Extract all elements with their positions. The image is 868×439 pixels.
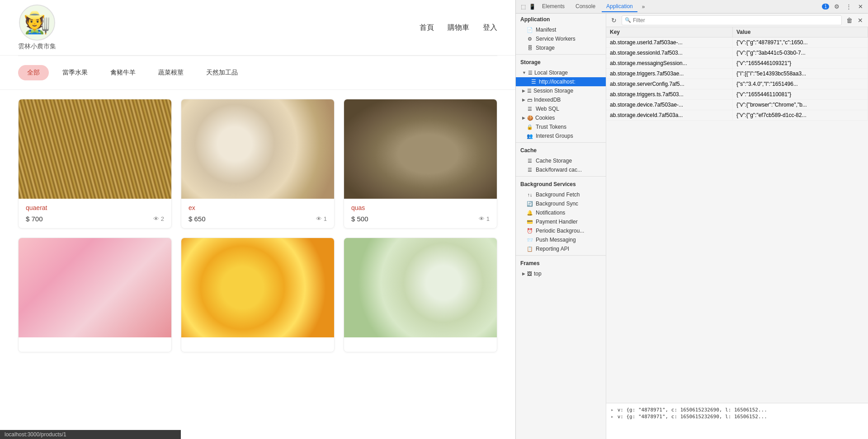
cat-tab-veg[interactable]: 蔬菜根莖 [149,65,193,80]
product-price-1: $ 650 [189,215,206,223]
product-card-4[interactable] [181,238,335,352]
devtools-preview: ▸ v: {g: "4878971", c: 1650615232690, l:… [606,403,868,439]
product-card-0[interactable]: quaerat $ 700 👁 2 [18,99,172,229]
session-storage-tree[interactable]: ▶ ☰ Session Storage [516,86,606,95]
table-row[interactable]: ab.storage.device.7af503ae-...{"v":{"bro… [606,100,868,110]
sidebar-storage[interactable]: 🗄 Storage [516,43,606,52]
trust-label: Trust Tokens [536,124,566,130]
kv-header: Key Value [606,27,868,37]
nav-cart[interactable]: 購物車 [448,23,469,33]
tab-application[interactable]: Application [602,1,637,12]
tab-more[interactable]: » [639,2,648,12]
cat-tab-meat[interactable]: 禽豬牛羊 [101,65,145,80]
table-row[interactable]: ab.storage.sessionId.7af503...{"v":{"g":… [606,48,868,58]
filter-actions: 🗑 ✕ [845,16,864,24]
sidebar-web-sql[interactable]: ☰ Web SQL [516,104,606,113]
product-card-2[interactable]: quas $ 500 👁 1 [344,99,497,229]
section-divider-3 [516,176,606,177]
cache-icon: ☰ [527,158,533,164]
storage-label: Storage [536,45,555,51]
product-info-2: quas $ 500 👁 1 [344,199,497,228]
kv-key-4: ab.storage.serverConfig.7af5... [606,79,733,89]
product-views-0: 👁 2 [153,215,164,222]
sidebar-localhost[interactable]: ☰ http://localhost: [516,77,606,86]
sidebar-bg-sync[interactable]: 🔄 Background Sync [516,199,606,208]
sidebar-notifications[interactable]: 🔔 Notifications [516,208,606,217]
cookies-expand-arrow: ▶ [522,116,525,120]
kv-key-3: ab.storage.triggers.7af503ae... [606,69,733,79]
manifest-icon: 📄 [527,27,533,33]
table-row[interactable]: ab.storage.deviceId.7af503a...{"v":{"g":… [606,110,868,121]
cat-tab-processed[interactable]: 天然加工品 [197,65,247,80]
sidebar-bg-fetch[interactable]: ↑↓ Background Fetch [516,190,606,199]
filter-input[interactable] [633,17,839,23]
table-row[interactable]: ab.storage.triggers.7af503ae...{"i":[{"i… [606,69,868,79]
push-label: Push Messaging [536,237,576,243]
device-icon[interactable]: 📱 [528,3,536,10]
settings-icon[interactable]: ⚙ [833,3,841,11]
product-card-5[interactable] [344,238,497,352]
product-card-3[interactable] [18,238,172,352]
table-row[interactable]: ab.storage.userId.7af503ae-...{"v":{"g":… [606,37,868,48]
frames-top-tree[interactable]: ▶ 🖼 top [516,269,606,278]
tab-console[interactable]: Console [571,1,600,12]
key-header: Key [606,27,733,37]
notif-label: Notifications [536,210,565,216]
product-card-1[interactable]: ex $ 650 👁 1 [181,99,335,229]
indexeddb-tree[interactable]: ▶ 🗃 IndexedDB [516,95,606,104]
product-name-0: quaerat [26,204,164,211]
reporting-icon: 📋 [527,246,533,252]
status-url: localhost:3000/products/1 [5,431,66,438]
cookies-icon: 🍪 [527,115,533,121]
table-row[interactable]: ab.storage.serverConfig.7af5...{"s":"3.4… [606,79,868,89]
kv-key-1: ab.storage.sessionId.7af503... [606,48,733,58]
refresh-button[interactable]: ↻ [610,16,618,24]
frames-expand-arrow: ▶ [522,271,525,276]
close-devtools-icon[interactable]: ✕ [856,3,864,11]
eye-icon-1: 👁 [316,215,322,222]
local-storage-tree[interactable]: ▼ ☰ Local Storage [516,68,606,77]
sidebar-periodic-bg[interactable]: ⏰ Periodic Backgrou... [516,226,606,235]
tab-elements[interactable]: Elements [538,1,569,12]
more-options-icon[interactable]: ⋮ [844,3,853,11]
table-row[interactable]: ab.storage.messagingSession...{"v":"1655… [606,58,868,69]
sidebar-trust-tokens[interactable]: 🔒 Trust Tokens [516,122,606,131]
toolbar-right-icons: 1 ⚙ ⋮ ✕ [822,3,864,11]
ls-label: Local Storage [534,70,568,76]
view-count-1: 1 [324,215,327,222]
table-row[interactable]: ab.storage.triggers.ts.7af503...{"v":"16… [606,89,868,100]
sidebar-manifest[interactable]: 📄 Manifest [516,25,606,34]
inspect-icon[interactable]: ⬚ [519,3,527,10]
status-bar: localhost:3000/products/1 [0,430,181,439]
kv-key-2: ab.storage.messagingSession... [606,58,733,68]
cat-tab-fruit[interactable]: 當季水果 [53,65,97,80]
view-count-2: 1 [486,215,490,222]
sidebar-service-workers[interactable]: ⚙ Service Workers [516,34,606,43]
product-info-5 [344,337,497,352]
sidebar-reporting-api[interactable]: 📋 Reporting API [516,244,606,253]
filter-search-icon: 🔍 [625,17,631,23]
sidebar-cache-storage[interactable]: ☰ Cache Storage [516,156,606,165]
cookies-tree[interactable]: ▶ 🍪 Cookies [516,113,606,122]
nav-login[interactable]: 登入 [483,23,497,33]
idb-icon: 🗃 [527,97,532,103]
cat-tab-all[interactable]: 全部 [18,65,49,80]
devtools-toolbar: ⬚ 📱 Elements Console Application » 1 ⚙ ⋮… [516,0,868,14]
kv-val-0: {"v":{"g":"4878971","c":1650... [733,37,868,47]
websql-label: Web SQL [536,106,559,112]
bfc-label: Back/forward cac... [536,167,582,173]
bg-fetch-icon: ↑↓ [527,191,533,198]
payment-label: Payment Handler [536,219,578,225]
bg-services-header: Background Services [516,178,606,190]
sidebar-interest-groups[interactable]: 👥 Interest Groups [516,131,606,140]
devtools-panel: ⬚ 📱 Elements Console Application » 1 ⚙ ⋮… [515,0,868,439]
sidebar-push-messaging[interactable]: 📨 Push Messaging [516,235,606,244]
website-area: 🧑‍🌾 雲林小農市集 首頁 購物車 登入 全部 當季水果 禽豬牛羊 蔬菜根莖 天… [0,0,515,439]
filter-clear-btn[interactable]: 🗑 [845,16,854,24]
sidebar-payment-handler[interactable]: 💳 Payment Handler [516,217,606,226]
logo-text: 雲林小農市集 [18,42,56,51]
nav-home[interactable]: 首頁 [420,23,434,33]
filter-close-btn[interactable]: ✕ [856,16,864,24]
sidebar-back-forward-cache[interactable]: ☰ Back/forward cac... [516,165,606,174]
reporting-label: Reporting API [536,246,569,252]
